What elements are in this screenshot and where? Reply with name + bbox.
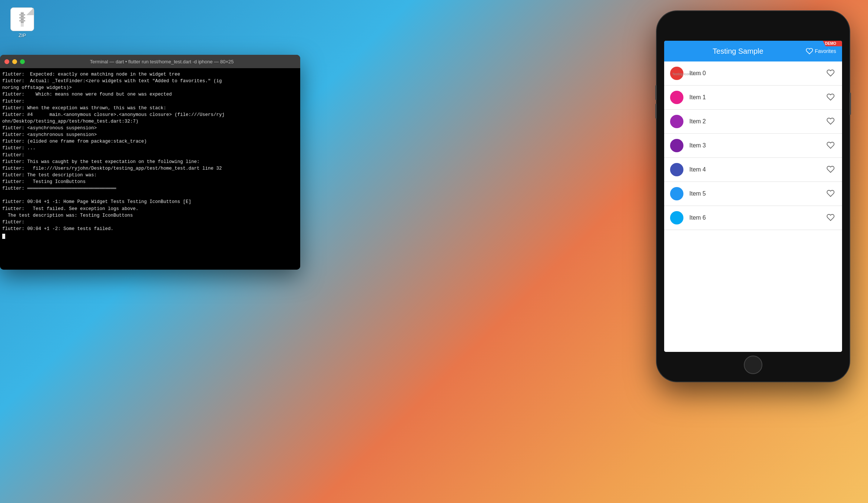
phone-frame: Testing IconButtons DEMO Testing Sample …: [657, 11, 849, 382]
favorites-button[interactable]: Favorites: [806, 47, 836, 55]
favorite-toggle-button[interactable]: [825, 188, 836, 200]
item-color-circle: [670, 163, 683, 176]
heart-outline-icon: [826, 141, 835, 149]
volume-up-button[interactable]: [655, 85, 657, 100]
list-item: Item 5: [664, 182, 842, 206]
terminal-window: Terminal — dart • flutter run test/home_…: [0, 55, 300, 270]
favorites-heart-icon: [806, 47, 813, 55]
list-item: Item 4: [664, 158, 842, 182]
item-label: Item 5: [689, 190, 825, 197]
terminal-cursor: [2, 234, 5, 239]
app-list: Item 0 Item 1 Item 2 Item 3 Item 4 Item …: [664, 61, 842, 352]
svg-rect-3: [21, 19, 24, 20]
close-button[interactable]: [4, 59, 9, 64]
list-item: Item 2: [664, 110, 842, 134]
favorite-toggle-button[interactable]: [825, 67, 836, 80]
volume-down-button[interactable]: [655, 104, 657, 119]
item-label: Item 0: [689, 70, 825, 77]
heart-outline-icon: [826, 213, 835, 221]
list-item: Item 3: [664, 134, 842, 158]
zip-label: ZIP: [19, 33, 26, 38]
favorite-toggle-button[interactable]: [825, 164, 836, 176]
phone-screen: Testing IconButtons DEMO Testing Sample …: [664, 41, 842, 352]
list-item: Item 1: [664, 86, 842, 110]
item-color-circle: [670, 115, 683, 128]
item-label: Item 4: [689, 166, 825, 173]
item-label: Item 1: [689, 94, 825, 101]
favorite-toggle-button[interactable]: [825, 91, 836, 104]
terminal-body: flutter: Expected: exactly one matching …: [0, 68, 300, 270]
testing-label: Testing IconButtons: [672, 72, 702, 76]
svg-rect-5: [19, 14, 25, 16]
heart-outline-icon: [826, 93, 835, 101]
favorites-label: Favorites: [815, 48, 836, 54]
phone-container: Testing IconButtons DEMO Testing Sample …: [657, 0, 849, 389]
list-item: Item 6: [664, 206, 842, 230]
terminal-titlebar: Terminal — dart • flutter run test/home_…: [0, 55, 300, 68]
demo-banner: DEMO: [823, 41, 842, 46]
item-color-circle: [670, 211, 683, 224]
item-color-circle: [670, 187, 683, 200]
phone-home-button[interactable]: [744, 356, 762, 374]
maximize-button[interactable]: [20, 59, 25, 64]
favorite-toggle-button[interactable]: [825, 212, 836, 224]
item-label: Item 2: [689, 118, 825, 125]
item-label: Item 3: [689, 142, 825, 149]
svg-rect-2: [21, 16, 24, 17]
svg-rect-6: [19, 17, 25, 19]
heart-outline-icon: [826, 69, 835, 77]
terminal-output: flutter: Expected: exactly one matching …: [2, 71, 298, 232]
item-label: Item 6: [689, 214, 825, 221]
zip-file-icon[interactable]: ZIP: [7, 7, 37, 38]
svg-rect-7: [19, 20, 25, 21]
app-screen: Testing IconButtons DEMO Testing Sample …: [664, 41, 842, 352]
power-button[interactable]: [849, 93, 851, 115]
item-color-circle: [670, 139, 683, 152]
favorite-toggle-button[interactable]: [825, 140, 836, 152]
svg-rect-4: [21, 21, 24, 23]
phone-notch: [729, 11, 777, 21]
heart-outline-icon: [826, 189, 835, 197]
minimize-button[interactable]: [12, 59, 17, 64]
heart-outline-icon: [826, 165, 835, 173]
heart-outline-icon: [826, 117, 835, 125]
zip-file-image: [10, 7, 34, 31]
item-color-circle: [670, 91, 683, 104]
app-title: Testing Sample: [670, 47, 806, 56]
favorite-toggle-button[interactable]: [825, 116, 836, 128]
terminal-title: Terminal — dart • flutter run test/home_…: [28, 59, 296, 64]
svg-rect-1: [21, 13, 24, 14]
app-header: Testing Sample Favorites: [664, 41, 842, 61]
